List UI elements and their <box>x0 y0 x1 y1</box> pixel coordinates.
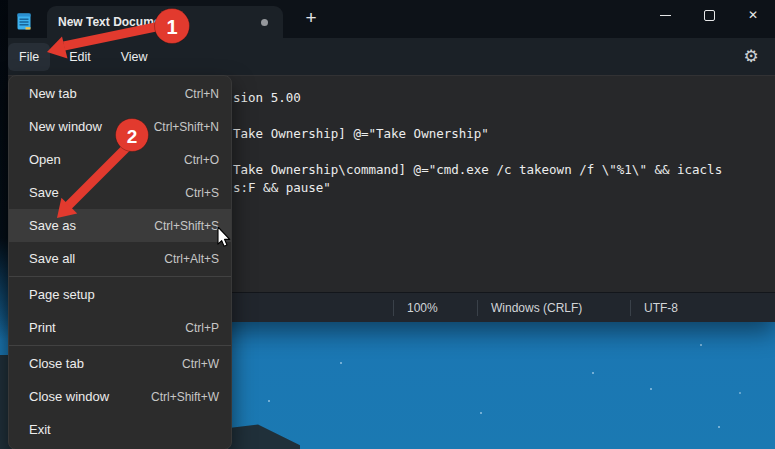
menubar-item-file[interactable]: File <box>8 43 50 71</box>
menubar: FileEditView ⚙ <box>8 38 775 75</box>
window-controls: ✕ <box>643 0 775 30</box>
file-menu-dropdown: New tabCtrl+NNew windowCtrl+Shift+NOpenC… <box>8 75 232 449</box>
star <box>268 400 270 402</box>
menu-item-label: Save <box>29 185 185 200</box>
menu-item-shortcut: Ctrl+N <box>185 87 219 101</box>
menu-item-close-window[interactable]: Close windowCtrl+Shift+W <box>9 380 231 413</box>
menu-item-label: Save all <box>29 251 164 266</box>
star <box>718 426 720 428</box>
close-button[interactable]: ✕ <box>731 0 775 30</box>
menu-item-shortcut: Ctrl+Shift+N <box>154 120 219 134</box>
maximize-icon <box>704 10 715 21</box>
menu-item-open[interactable]: OpenCtrl+O <box>9 143 231 176</box>
zoom-level[interactable]: 100% <box>393 300 477 316</box>
minimize-button[interactable] <box>643 0 687 30</box>
menu-item-shortcut: Ctrl+Alt+S <box>164 252 219 266</box>
code-line: sion 5.00 <box>233 89 722 107</box>
menu-item-label: Save as <box>29 218 154 233</box>
menu-item-shortcut: Ctrl+S <box>185 186 219 200</box>
titlebar: New Text Docume + ✕ <box>8 0 775 38</box>
code-line <box>233 107 722 125</box>
close-icon: ✕ <box>748 9 758 21</box>
gear-icon: ⚙ <box>743 46 758 66</box>
menu-item-new-window[interactable]: New windowCtrl+Shift+N <box>9 110 231 143</box>
menu-item-label: Print <box>29 320 185 335</box>
star <box>480 412 482 414</box>
menu-item-label: Page setup <box>29 287 219 302</box>
menu-item-label: Open <box>29 152 184 167</box>
notepad-app-icon <box>17 12 31 30</box>
code-line <box>233 143 722 161</box>
menu-separator <box>9 276 231 277</box>
menu-item-shortcut: Ctrl+O <box>184 153 219 167</box>
menu-item-close-tab[interactable]: Close tabCtrl+W <box>9 347 231 380</box>
encoding-indicator: UTF-8 <box>630 300 775 316</box>
star <box>650 388 652 390</box>
line-ending-indicator: Windows (CRLF) <box>477 300 630 316</box>
menu-item-label: New tab <box>29 86 185 101</box>
code-line: Take Ownership\command] @="cmd.exe /c ta… <box>233 161 722 179</box>
menu-item-shortcut: Ctrl+W <box>182 357 219 371</box>
settings-button[interactable]: ⚙ <box>737 42 765 70</box>
code-line: Take Ownership] @="Take Ownership" <box>233 125 722 143</box>
star <box>340 362 342 364</box>
menu-item-page-setup[interactable]: Page setup <box>9 278 231 311</box>
tab-new-text-document[interactable]: New Text Docume <box>47 6 283 38</box>
menu-separator <box>9 345 231 346</box>
menu-item-shortcut: Ctrl+P <box>185 321 219 335</box>
menu-item-print[interactable]: PrintCtrl+P <box>9 311 231 344</box>
unsaved-indicator-dot <box>261 19 268 26</box>
menu-item-label: Close window <box>29 389 151 404</box>
star <box>592 372 594 374</box>
menu-item-shortcut: Ctrl+Shift+W <box>151 390 219 404</box>
document-text: sion 5.00 Take Ownership] @="Take Owners… <box>233 89 722 197</box>
minimize-icon <box>660 15 671 16</box>
menubar-item-view[interactable]: View <box>110 43 159 71</box>
tab-title: New Text Docume <box>58 15 160 29</box>
menu-item-save-as[interactable]: Save asCtrl+Shift+S <box>9 209 231 242</box>
star <box>700 344 702 346</box>
menu-item-label: Close tab <box>29 356 182 371</box>
star <box>739 392 741 394</box>
menu-item-new-tab[interactable]: New tabCtrl+N <box>9 77 231 110</box>
new-tab-button[interactable]: + <box>295 2 327 34</box>
menu-item-label: New window <box>29 119 154 134</box>
menu-item-save-all[interactable]: Save allCtrl+Alt+S <box>9 242 231 275</box>
code-line: s:F && pause" <box>233 179 722 197</box>
menu-item-label: Exit <box>29 422 219 437</box>
menubar-item-edit[interactable]: Edit <box>58 43 102 71</box>
maximize-button[interactable] <box>687 0 731 30</box>
menu-item-exit[interactable]: Exit <box>9 413 231 446</box>
menu-item-save[interactable]: SaveCtrl+S <box>9 176 231 209</box>
menu-item-shortcut: Ctrl+Shift+S <box>154 219 219 233</box>
screenshot-root: New Text Docume + ✕ FileEditView ⚙ sion … <box>0 0 775 449</box>
